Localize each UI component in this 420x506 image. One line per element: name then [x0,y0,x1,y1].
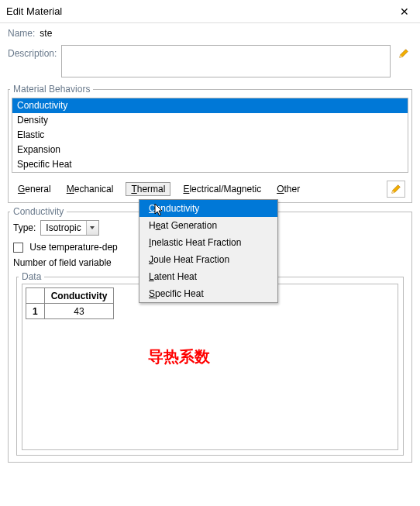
col-header-conductivity: Conductivity [44,288,114,304]
conductivity-legend: Conductivity [10,206,67,217]
description-edit-button[interactable] [395,45,412,62]
description-textarea[interactable] [61,45,391,77]
behavior-menubar: General Mechanical Thermal Electrical/Ma… [9,176,411,202]
type-value: Isotropic [41,222,85,233]
thermal-menu-heat-generation[interactable]: Heat Generation [139,217,277,234]
titlebar: Edit Material ✕ [0,0,420,23]
type-select[interactable]: Isotropic [40,220,98,236]
cell-conductivity-value[interactable]: 43 [44,304,114,319]
row-index-1: 1 [26,304,45,319]
material-behaviors-legend: Material Behaviors [10,84,93,95]
data-legend: Data [19,271,44,282]
behavior-item-density[interactable]: Density [12,113,408,128]
pencil-icon [391,184,401,194]
menu-mechanical[interactable]: Mechanical [64,182,117,196]
edit-material-dialog: Edit Material ✕ Name: ste Description: M… [0,0,420,506]
behavior-item-conductivity[interactable]: Conductivity [12,98,408,113]
field-vars-label: Number of field variable [13,257,112,268]
thermal-menu-conductivity[interactable]: Conductivity [139,200,277,217]
thermal-dropdown: Conductivity Heat Generation Inelastic H… [139,199,278,303]
menu-other[interactable]: Other [274,182,303,196]
behaviors-list[interactable]: Conductivity Density Elastic Expansion S… [12,98,408,173]
behavior-item-elastic[interactable]: Elastic [12,128,408,143]
menu-electrical-magnetic[interactable]: Electrical/Magnetic [180,182,264,196]
row-header-blank [26,288,45,304]
description-label: Description: [8,45,57,59]
material-behaviors-group: Material Behaviors Conductivity Density … [8,84,412,203]
chevron-down-icon [86,221,98,235]
window-title: Edit Material [6,5,62,17]
menu-general[interactable]: General [15,182,54,196]
behavior-item-expansion[interactable]: Expansion [12,143,408,157]
temp-dep-checkbox[interactable] [13,243,23,253]
data-table[interactable]: Conductivity 1 43 [26,287,114,319]
thermal-menu-specific-heat[interactable]: Specific Heat [139,285,277,302]
type-label: Type: [13,222,36,233]
close-button[interactable]: ✕ [395,2,414,21]
content-area: Name: ste Description: Material Behavior… [0,23,420,467]
behavior-item-specific-heat[interactable]: Specific Heat [12,157,408,172]
temp-dep-label: Use temperature-dep [29,242,117,253]
thermal-menu-inelastic-heat-fraction[interactable]: Inelastic Heat Fraction [139,234,277,251]
thermal-menu-latent-heat[interactable]: Latent Heat [139,268,277,285]
behavior-edit-button[interactable] [387,181,405,198]
data-table-area: Conductivity 1 43 导热系数 [22,284,398,450]
thermal-menu-joule-heat-fraction[interactable]: Joule Heat Fraction [139,251,277,268]
annotation-text: 导热系数 [148,346,210,367]
menu-thermal[interactable]: Thermal [126,182,170,196]
pencil-icon [398,48,409,59]
name-label: Name: [8,28,35,39]
name-value: ste [40,28,52,39]
